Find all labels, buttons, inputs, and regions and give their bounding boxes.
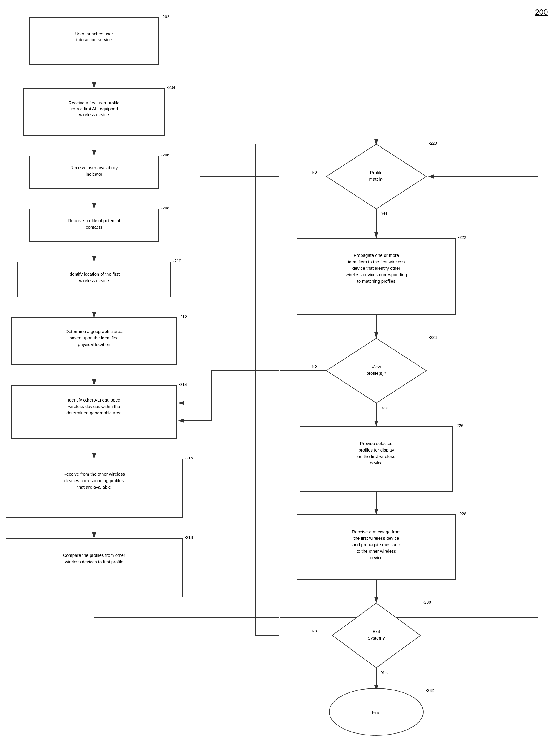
svg-text:from a first ALI equipped: from a first ALI equipped: [70, 106, 118, 111]
label-230-yes: Yes: [381, 670, 388, 675]
diagram-number: 200: [535, 8, 548, 17]
svg-text:devices corresponding profiles: devices corresponding profiles: [65, 478, 124, 483]
box-204: [24, 88, 164, 135]
svg-text:and propagate message: and propagate message: [353, 542, 400, 547]
label-232: -232: [426, 688, 434, 693]
svg-text:Exit: Exit: [373, 629, 380, 634]
svg-text:profiles for display: profiles for display: [359, 447, 394, 453]
label-206: -206: [161, 153, 169, 157]
arrow-224-no-path: [179, 371, 326, 421]
svg-text:device that identify other: device that identify other: [353, 266, 400, 271]
label-222: -222: [458, 235, 466, 240]
box-228: [297, 515, 456, 580]
svg-text:Identify location of the first: Identify location of the first: [69, 271, 120, 276]
svg-text:wireless device: wireless device: [79, 278, 109, 283]
svg-text:profile(s)?: profile(s)?: [366, 371, 386, 376]
label-224-yes: Yes: [381, 406, 388, 410]
box-212: [12, 318, 176, 365]
svg-text:System?: System?: [368, 635, 385, 640]
label-208: -208: [161, 205, 169, 210]
label-224: -224: [429, 335, 437, 340]
svg-text:device: device: [370, 555, 382, 560]
svg-text:contacts: contacts: [86, 224, 102, 229]
svg-text:End: End: [372, 710, 380, 715]
svg-text:interaction service: interaction service: [76, 37, 112, 42]
label-202: -202: [161, 15, 169, 19]
label-218: -218: [185, 535, 193, 540]
svg-text:Profile: Profile: [370, 170, 383, 175]
svg-text:based upon the identified: based upon the identified: [69, 335, 119, 340]
svg-text:Compare the profiles from othe: Compare the profiles from other: [63, 553, 125, 558]
svg-text:wireless devices to first prof: wireless devices to first profile: [65, 559, 123, 564]
svg-text:Receive a first user profile: Receive a first user profile: [69, 100, 119, 105]
svg-text:Receive user availability: Receive user availability: [71, 165, 118, 170]
svg-text:determined geographic area: determined geographic area: [67, 410, 122, 415]
svg-text:Receive profile of potential: Receive profile of potential: [68, 218, 120, 223]
svg-text:match?: match?: [369, 176, 383, 181]
svg-text:Receive a message from: Receive a message from: [352, 529, 401, 534]
text-202: User launches user: [75, 31, 113, 36]
svg-text:wireless device: wireless device: [79, 112, 109, 117]
label-226: -226: [455, 423, 463, 428]
svg-text:physical location: physical location: [78, 342, 110, 347]
svg-text:View: View: [372, 364, 381, 369]
label-230: -230: [423, 600, 431, 605]
label-228: -228: [458, 512, 466, 516]
svg-text:Determine a geographic area: Determine a geographic area: [66, 329, 123, 334]
label-212: -212: [179, 314, 187, 319]
label-220-yes: Yes: [381, 211, 388, 216]
diagram-svg: 200 User launches user interaction servi…: [0, 0, 558, 756]
svg-text:Provide selected: Provide selected: [360, 441, 393, 446]
label-214: -214: [179, 382, 187, 387]
svg-text:Propagate one or more: Propagate one or more: [354, 253, 399, 258]
label-204: -204: [167, 85, 175, 90]
svg-text:to matching profiles: to matching profiles: [357, 278, 396, 284]
svg-text:to the other wireless: to the other wireless: [357, 548, 396, 554]
svg-text:the first wireless device: the first wireless device: [353, 536, 399, 541]
svg-text:Identify other ALI equipped: Identify other ALI equipped: [68, 397, 120, 403]
box-218: [6, 538, 182, 597]
svg-text:wireless devices within the: wireless devices within the: [68, 404, 120, 409]
svg-text:Receive from the other wireles: Receive from the other wireless: [63, 471, 125, 477]
label-224-no: No: [312, 364, 317, 369]
svg-text:indicator: indicator: [86, 171, 103, 176]
main-diagram: 200 User launches user interaction servi…: [0, 0, 558, 756]
svg-text:that are available: that are available: [77, 485, 111, 489]
svg-text:on the first wireless: on the first wireless: [357, 454, 395, 459]
svg-text:wireless devices corresponding: wireless devices corresponding: [346, 272, 407, 277]
label-230-no: No: [312, 629, 317, 633]
box-226: [300, 426, 453, 491]
label-220-no: No: [312, 170, 317, 174]
label-210: -210: [173, 259, 181, 263]
label-220: -220: [429, 141, 437, 146]
svg-text:device: device: [370, 460, 382, 465]
svg-text:identifiers to the first wirel: identifiers to the first wireless: [348, 259, 405, 264]
label-216: -216: [185, 456, 193, 460]
